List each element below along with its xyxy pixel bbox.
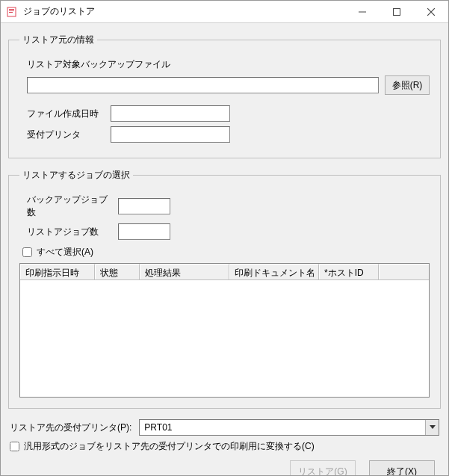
backup-file-label: リストア対象バックアップファイル (27, 58, 170, 71)
col-host-id[interactable]: *ホストID (319, 264, 379, 279)
restore-button[interactable]: リストア(G) (290, 460, 356, 476)
backup-file-field (27, 77, 379, 93)
dest-printer-dropdown-button[interactable] (425, 420, 439, 435)
file-date-field (111, 105, 230, 122)
convert-checkbox-label: 汎用形式のジョブをリストア先の受付プリンタでの印刷用に変換する(C) (24, 440, 315, 453)
file-date-label: ファイル作成日時 (27, 108, 102, 120)
svg-rect-4 (359, 11, 366, 12)
client-area: リストア元の情報 リストア対象バックアップファイル 参照(R) ファイル作成日時… (1, 23, 448, 476)
col-result[interactable]: 処理結果 (140, 264, 229, 279)
job-listview[interactable]: 印刷指示日時 状態 処理結果 印刷ドキュメント名 *ホストID (19, 263, 430, 398)
chevron-down-icon (430, 425, 436, 430)
col-document-name[interactable]: 印刷ドキュメント名 (229, 264, 319, 279)
close-dialog-button[interactable]: 終了(X) (369, 460, 435, 476)
group-job-select: リストアするジョブの選択 バックアップジョブ数 リストアジョブ数 すべて選択(A… (8, 169, 441, 409)
select-all-checkbox-label: すべて選択(A) (37, 246, 93, 259)
convert-checkbox-input[interactable] (10, 442, 19, 451)
maximize-button[interactable] (380, 1, 414, 23)
backup-job-count-label: バックアップジョブ数 (27, 194, 109, 219)
dest-printer-value: PRT01 (140, 422, 425, 433)
browse-button[interactable]: 参照(R) (385, 75, 430, 95)
group-restore-source-legend: リストア元の情報 (19, 34, 97, 46)
job-listview-header: 印刷指示日時 状態 処理結果 印刷ドキュメント名 *ホストID (20, 264, 429, 280)
recv-printer-label: 受付プリンタ (27, 129, 102, 141)
group-restore-source: リストア元の情報 リストア対象バックアップファイル 参照(R) ファイル作成日時… (8, 34, 441, 158)
convert-checkbox[interactable]: 汎用形式のジョブをリストア先の受付プリンタでの印刷用に変換する(C) (10, 440, 315, 453)
col-print-datetime[interactable]: 印刷指示日時 (20, 264, 95, 279)
app-icon (7, 6, 19, 18)
select-all-checkbox[interactable]: すべて選択(A) (22, 246, 93, 259)
close-button[interactable] (414, 1, 448, 23)
window-title: ジョブのリストア (23, 5, 345, 18)
dest-printer-label: リストア先の受付プリンタ(P): (10, 421, 131, 434)
footer: リストア(G) 終了(X) (8, 453, 441, 476)
svg-rect-2 (9, 10, 14, 11)
group-job-select-legend: リストアするジョブの選択 (19, 169, 133, 182)
dest-printer-combo[interactable]: PRT01 (139, 419, 439, 436)
col-status[interactable]: 状態 (95, 264, 140, 279)
col-spacer (379, 264, 429, 279)
svg-rect-3 (9, 12, 13, 13)
restore-job-count-field (118, 223, 170, 240)
minimize-button[interactable] (345, 1, 380, 23)
select-all-checkbox-input[interactable] (22, 247, 32, 257)
titlebar: ジョブのリストア (1, 1, 448, 23)
backup-job-count-field (118, 198, 170, 214)
job-listview-body[interactable] (20, 280, 429, 397)
restore-job-count-label: リストアジョブ数 (27, 226, 109, 238)
svg-rect-1 (9, 9, 14, 10)
recv-printer-field (111, 126, 230, 143)
svg-rect-5 (394, 8, 400, 15)
